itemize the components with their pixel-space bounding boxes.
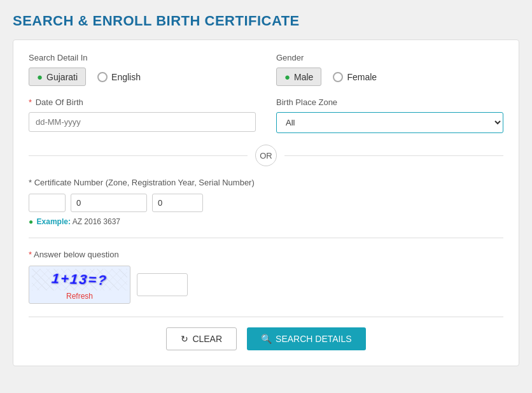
button-row: ↻ CLEAR 🔍 SEARCH DETAILS: [29, 317, 503, 350]
or-divider: OR: [29, 145, 503, 166]
form-card: Search Detail In ● Gujarati English Gend…: [13, 39, 519, 366]
search-button[interactable]: 🔍 SEARCH DETAILS: [247, 327, 366, 350]
search-icon: 🔍: [261, 334, 272, 344]
male-label: Male: [294, 72, 313, 82]
search-detail-label: Search Detail In: [29, 53, 256, 62]
search-detail-group: Search Detail In ● Gujarati English: [29, 53, 256, 86]
example-check-icon: ●: [29, 217, 33, 226]
cert-required-star: *: [29, 178, 32, 187]
example-label: Example:: [37, 217, 71, 226]
divider-line-left: [29, 155, 248, 156]
cert-serial-input[interactable]: [152, 194, 203, 212]
cert-zone-input[interactable]: [29, 194, 66, 212]
gujarati-check-icon: ●: [37, 71, 43, 82]
divider-line-right: [284, 155, 503, 156]
refresh-icon: ↻: [181, 334, 188, 344]
row-dob-zone: * Date Of Birth Birth Place Zone All Nor…: [29, 97, 503, 133]
captcha-refresh-link[interactable]: Refresh: [66, 292, 93, 301]
certificate-label: * Certificate Number (Zone, Registration…: [29, 178, 503, 187]
birth-place-zone-label: Birth Place Zone: [276, 97, 503, 107]
captcha-image-area: 1+13=?: [32, 269, 127, 290]
female-radio-icon: [333, 72, 343, 82]
clear-button[interactable]: ↻ CLEAR: [166, 327, 237, 350]
captcha-answer-input[interactable]: [137, 273, 188, 296]
radio-gujarati[interactable]: ● Gujarati: [29, 68, 86, 86]
captcha-image-box: 1+13=? Refresh: [29, 266, 130, 304]
english-label: English: [111, 72, 141, 82]
certificate-inputs: [29, 194, 503, 212]
certificate-section: * Certificate Number (Zone, Registration…: [29, 178, 503, 226]
cert-year-input[interactable]: [71, 194, 147, 212]
birth-place-zone-group: Birth Place Zone All North South East We…: [276, 97, 503, 133]
section-divider: [29, 238, 503, 238]
dob-required-star: *: [29, 97, 32, 107]
or-badge: OR: [255, 145, 277, 166]
example-text: ● Example: AZ 2016 3637: [29, 217, 503, 226]
clear-button-label: CLEAR: [192, 334, 222, 344]
gujarati-label: Gujarati: [46, 72, 78, 82]
english-radio-icon: [97, 72, 108, 82]
dob-label: * Date Of Birth: [29, 97, 256, 107]
captcha-text: 1+13=?: [51, 270, 108, 289]
search-detail-radio-group: ● Gujarati English: [29, 68, 256, 86]
captcha-row: 1+13=? Refresh: [29, 266, 503, 304]
gender-group: Gender ● Male Female: [276, 53, 503, 86]
captcha-required-star: *: [29, 250, 32, 259]
search-button-label: SEARCH DETAILS: [276, 334, 352, 344]
radio-male[interactable]: ● Male: [276, 68, 321, 86]
gender-radio-group: ● Male Female: [276, 68, 503, 86]
male-check-icon: ●: [284, 71, 290, 82]
captcha-label: * Answer below question: [29, 250, 503, 259]
radio-english[interactable]: English: [95, 69, 143, 85]
female-label: Female: [347, 72, 377, 82]
example-value: AZ 2016 3637: [73, 217, 120, 226]
captcha-section: * Answer below question 1+13=? Refresh: [29, 250, 503, 304]
radio-female[interactable]: Female: [330, 69, 379, 85]
page-title: SEARCH & ENROLL BIRTH CERTIFICATE: [13, 13, 519, 29]
gender-label: Gender: [276, 53, 503, 62]
birth-place-zone-select[interactable]: All North South East West: [276, 112, 503, 133]
row-search-gender: Search Detail In ● Gujarati English Gend…: [29, 53, 503, 86]
dob-group: * Date Of Birth: [29, 97, 256, 132]
dob-input[interactable]: [29, 112, 256, 132]
